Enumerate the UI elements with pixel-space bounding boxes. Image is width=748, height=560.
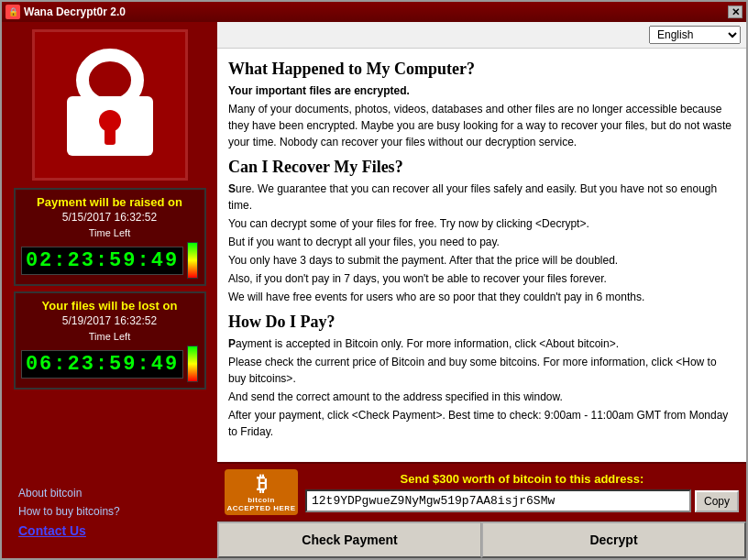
timer1-digits: 02:23:59:49	[21, 247, 183, 275]
language-bar: English 中文 Español Français Deutsch 日本語	[217, 22, 746, 49]
section3-p3: And send the correct amount to the addre…	[228, 389, 735, 405]
timer2-bar	[187, 346, 198, 382]
copy-button[interactable]: Copy	[695, 490, 739, 512]
left-panel: Payment will be raised on 5/15/2017 16:3…	[2, 22, 217, 558]
text-content[interactable]: What Happened to My Computer? Your impor…	[217, 49, 746, 462]
bitcoin-right: Send $300 worth of bitcoin to this addre…	[305, 472, 739, 512]
timer2-time-left-label: Time Left	[21, 331, 199, 342]
main-content: Payment will be raised on 5/15/2017 16:3…	[2, 22, 746, 558]
title-bar-left: 🔒 Wana Decrypt0r 2.0	[6, 5, 126, 19]
window-title: Wana Decrypt0r 2.0	[24, 5, 126, 18]
bitcoin-logo-text2: ACCEPTED HERE	[227, 504, 296, 512]
check-payment-button[interactable]: Check Payment	[217, 522, 481, 558]
timer-box-2: Your files will be lost on 5/19/2017 16:…	[14, 291, 206, 390]
timer1-bar	[187, 242, 198, 279]
close-button[interactable]: ✕	[728, 5, 742, 18]
section3-title: How Do I Pay?	[228, 313, 735, 332]
bitcoin-panel: ₿ bitcoin ACCEPTED HERE Send $300 worth …	[217, 462, 746, 558]
section2-p4: You only have 3 days to submit the payme…	[228, 252, 735, 269]
lock-icon	[60, 46, 160, 165]
timer2-label: Your files will be lost on	[21, 299, 199, 313]
bitcoin-logo-text1: bitcoin	[248, 496, 275, 504]
contact-us-link[interactable]: Contact Us	[18, 523, 210, 538]
section1-p1: Your important files are encrypted.	[228, 82, 735, 99]
send-label: Send $300 worth of bitcoin to this addre…	[305, 472, 739, 486]
bitcoin-address-input[interactable]	[305, 489, 691, 512]
timer1-display-row: 02:23:59:49	[21, 242, 199, 279]
main-window: 🔒 Wana Decrypt0r 2.0 ✕	[0, 0, 748, 560]
timer1-label: Payment will be raised on	[21, 195, 199, 209]
bitcoin-logo: ₿ bitcoin ACCEPTED HERE	[225, 469, 298, 515]
timer-box-1: Payment will be raised on 5/15/2017 16:3…	[14, 188, 206, 286]
section3-p2: Please check the current price of Bitcoi…	[228, 354, 735, 387]
bitcoin-address-row: Copy	[305, 489, 739, 512]
section2-p5: Also, if you don't pay in 7 days, you wo…	[228, 270, 735, 287]
bottom-links: About bitcoin How to buy bitcoins? Conta…	[9, 395, 210, 551]
section2-p1: Sure. We guarantee that you can recover …	[228, 181, 735, 214]
section2-p1-text: ure. We guarantee that you can recover a…	[228, 182, 717, 212]
about-bitcoin-link[interactable]: About bitcoin	[18, 487, 210, 500]
timer2-date: 5/19/2017 16:32:52	[21, 314, 199, 327]
bitcoin-send-row: ₿ bitcoin ACCEPTED HERE Send $300 worth …	[217, 464, 746, 521]
section2-p2: You can decrypt some of your files for f…	[228, 215, 735, 232]
section2-p3: But if you want to decrypt all your file…	[228, 234, 735, 250]
bitcoin-symbol: ₿	[257, 472, 267, 496]
lock-icon-container	[32, 29, 188, 181]
section3-p1: Payment is accepted in Bitcoin only. For…	[228, 335, 735, 352]
timer1-time-left-label: Time Left	[21, 227, 199, 238]
decrypt-button[interactable]: Decrypt	[481, 522, 746, 558]
timer2-digits: 06:23:59:49	[21, 350, 183, 379]
right-panel: English 中文 Español Français Deutsch 日本語 …	[217, 22, 746, 558]
language-select[interactable]: English 中文 Español Français Deutsch 日本語	[649, 26, 741, 44]
timer2-display-row: 06:23:59:49	[21, 346, 199, 382]
title-bar: 🔒 Wana Decrypt0r 2.0 ✕	[2, 2, 746, 22]
section2-p6: We will have free events for users who a…	[228, 289, 735, 305]
how-to-buy-link[interactable]: How to buy bitcoins?	[18, 505, 210, 518]
section1-title: What Happened to My Computer?	[228, 60, 735, 79]
section2-title: Can I Recover My Files?	[228, 158, 735, 177]
section3-p4: After your payment, click <Check Payment…	[228, 407, 735, 440]
section1-p2: Many of your documents, photos, videos, …	[228, 101, 735, 150]
svg-rect-3	[104, 128, 116, 145]
action-buttons: Check Payment Decrypt	[217, 521, 746, 558]
timer1-date: 5/15/2017 16:32:52	[21, 211, 199, 224]
app-icon: 🔒	[6, 5, 20, 19]
section3-p1-text: ayment is accepted in Bitcoin only. For …	[236, 337, 619, 350]
